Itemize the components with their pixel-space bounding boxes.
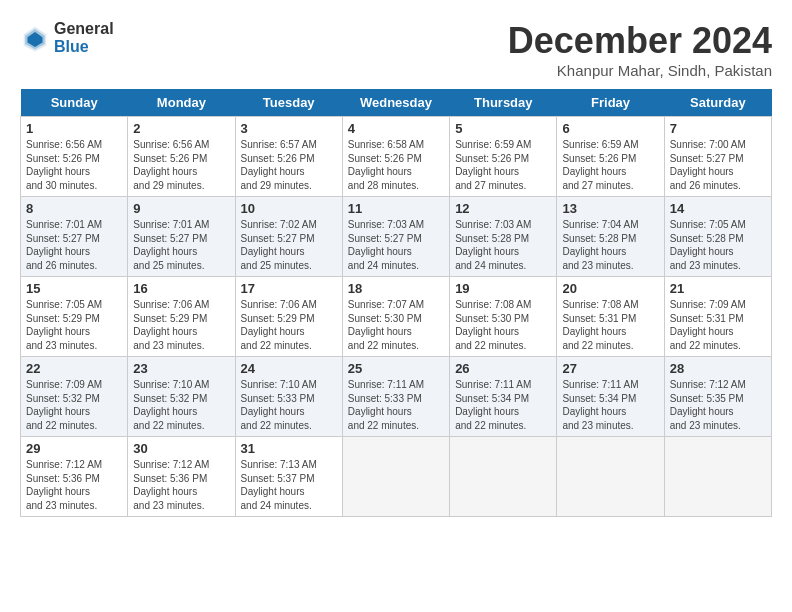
day-number: 10	[241, 201, 337, 216]
calendar-cell: 31 Sunrise: 7:13 AM Sunset: 5:37 PM Dayl…	[235, 437, 342, 517]
day-info: Sunrise: 7:08 AM Sunset: 5:31 PM Dayligh…	[562, 298, 658, 352]
month-title: December 2024	[508, 20, 772, 62]
day-info: Sunrise: 7:02 AM Sunset: 5:27 PM Dayligh…	[241, 218, 337, 272]
day-number: 18	[348, 281, 444, 296]
calendar-cell: 1 Sunrise: 6:56 AM Sunset: 5:26 PM Dayli…	[21, 117, 128, 197]
day-info: Sunrise: 7:01 AM Sunset: 5:27 PM Dayligh…	[133, 218, 229, 272]
calendar-cell: 6 Sunrise: 6:59 AM Sunset: 5:26 PM Dayli…	[557, 117, 664, 197]
day-info: Sunrise: 7:11 AM Sunset: 5:34 PM Dayligh…	[455, 378, 551, 432]
day-info: Sunrise: 7:08 AM Sunset: 5:30 PM Dayligh…	[455, 298, 551, 352]
day-number: 6	[562, 121, 658, 136]
day-info: Sunrise: 7:05 AM Sunset: 5:28 PM Dayligh…	[670, 218, 766, 272]
day-number: 31	[241, 441, 337, 456]
day-info: Sunrise: 6:56 AM Sunset: 5:26 PM Dayligh…	[133, 138, 229, 192]
day-number: 3	[241, 121, 337, 136]
calendar-cell: 5 Sunrise: 6:59 AM Sunset: 5:26 PM Dayli…	[450, 117, 557, 197]
calendar-cell: 13 Sunrise: 7:04 AM Sunset: 5:28 PM Dayl…	[557, 197, 664, 277]
day-number: 13	[562, 201, 658, 216]
calendar-cell: 23 Sunrise: 7:10 AM Sunset: 5:32 PM Dayl…	[128, 357, 235, 437]
day-number: 26	[455, 361, 551, 376]
calendar-cell: 27 Sunrise: 7:11 AM Sunset: 5:34 PM Dayl…	[557, 357, 664, 437]
day-info: Sunrise: 7:12 AM Sunset: 5:36 PM Dayligh…	[133, 458, 229, 512]
day-number: 25	[348, 361, 444, 376]
logo-general: General	[54, 20, 114, 38]
day-number: 9	[133, 201, 229, 216]
calendar-week-4: 22 Sunrise: 7:09 AM Sunset: 5:32 PM Dayl…	[21, 357, 772, 437]
calendar-cell: 22 Sunrise: 7:09 AM Sunset: 5:32 PM Dayl…	[21, 357, 128, 437]
day-number: 19	[455, 281, 551, 296]
day-info: Sunrise: 7:03 AM Sunset: 5:28 PM Dayligh…	[455, 218, 551, 272]
day-number: 23	[133, 361, 229, 376]
calendar-week-3: 15 Sunrise: 7:05 AM Sunset: 5:29 PM Dayl…	[21, 277, 772, 357]
day-info: Sunrise: 7:07 AM Sunset: 5:30 PM Dayligh…	[348, 298, 444, 352]
day-info: Sunrise: 7:09 AM Sunset: 5:31 PM Dayligh…	[670, 298, 766, 352]
calendar-cell: 19 Sunrise: 7:08 AM Sunset: 5:30 PM Dayl…	[450, 277, 557, 357]
header-sunday: Sunday	[21, 89, 128, 117]
calendar-cell: 28 Sunrise: 7:12 AM Sunset: 5:35 PM Dayl…	[664, 357, 771, 437]
calendar-cell: 7 Sunrise: 7:00 AM Sunset: 5:27 PM Dayli…	[664, 117, 771, 197]
calendar-cell: 9 Sunrise: 7:01 AM Sunset: 5:27 PM Dayli…	[128, 197, 235, 277]
day-info: Sunrise: 7:03 AM Sunset: 5:27 PM Dayligh…	[348, 218, 444, 272]
day-info: Sunrise: 7:10 AM Sunset: 5:32 PM Dayligh…	[133, 378, 229, 432]
day-number: 22	[26, 361, 122, 376]
calendar-cell: 29 Sunrise: 7:12 AM Sunset: 5:36 PM Dayl…	[21, 437, 128, 517]
day-info: Sunrise: 7:04 AM Sunset: 5:28 PM Dayligh…	[562, 218, 658, 272]
calendar-cell: 3 Sunrise: 6:57 AM Sunset: 5:26 PM Dayli…	[235, 117, 342, 197]
day-info: Sunrise: 7:13 AM Sunset: 5:37 PM Dayligh…	[241, 458, 337, 512]
day-info: Sunrise: 7:12 AM Sunset: 5:36 PM Dayligh…	[26, 458, 122, 512]
day-number: 24	[241, 361, 337, 376]
header-tuesday: Tuesday	[235, 89, 342, 117]
header-wednesday: Wednesday	[342, 89, 449, 117]
header-saturday: Saturday	[664, 89, 771, 117]
day-number: 14	[670, 201, 766, 216]
header-thursday: Thursday	[450, 89, 557, 117]
calendar-cell: 25 Sunrise: 7:11 AM Sunset: 5:33 PM Dayl…	[342, 357, 449, 437]
day-info: Sunrise: 6:59 AM Sunset: 5:26 PM Dayligh…	[455, 138, 551, 192]
day-number: 27	[562, 361, 658, 376]
day-info: Sunrise: 7:06 AM Sunset: 5:29 PM Dayligh…	[241, 298, 337, 352]
day-number: 15	[26, 281, 122, 296]
calendar-cell: 18 Sunrise: 7:07 AM Sunset: 5:30 PM Dayl…	[342, 277, 449, 357]
header-friday: Friday	[557, 89, 664, 117]
day-number: 17	[241, 281, 337, 296]
calendar-cell: 16 Sunrise: 7:06 AM Sunset: 5:29 PM Dayl…	[128, 277, 235, 357]
calendar-cell: 12 Sunrise: 7:03 AM Sunset: 5:28 PM Dayl…	[450, 197, 557, 277]
day-number: 1	[26, 121, 122, 136]
calendar-cell: 24 Sunrise: 7:10 AM Sunset: 5:33 PM Dayl…	[235, 357, 342, 437]
calendar-cell: 11 Sunrise: 7:03 AM Sunset: 5:27 PM Dayl…	[342, 197, 449, 277]
day-info: Sunrise: 7:11 AM Sunset: 5:34 PM Dayligh…	[562, 378, 658, 432]
calendar-cell: 4 Sunrise: 6:58 AM Sunset: 5:26 PM Dayli…	[342, 117, 449, 197]
day-info: Sunrise: 7:11 AM Sunset: 5:33 PM Dayligh…	[348, 378, 444, 432]
calendar-week-2: 8 Sunrise: 7:01 AM Sunset: 5:27 PM Dayli…	[21, 197, 772, 277]
day-number: 20	[562, 281, 658, 296]
calendar-cell: 30 Sunrise: 7:12 AM Sunset: 5:36 PM Dayl…	[128, 437, 235, 517]
day-number: 16	[133, 281, 229, 296]
location: Khanpur Mahar, Sindh, Pakistan	[508, 62, 772, 79]
day-number: 29	[26, 441, 122, 456]
logo-text: General Blue	[54, 20, 114, 55]
day-info: Sunrise: 7:05 AM Sunset: 5:29 PM Dayligh…	[26, 298, 122, 352]
logo-icon	[20, 23, 50, 53]
title-section: December 2024 Khanpur Mahar, Sindh, Paki…	[508, 20, 772, 79]
day-number: 21	[670, 281, 766, 296]
calendar-table: SundayMondayTuesdayWednesdayThursdayFrid…	[20, 89, 772, 517]
day-number: 5	[455, 121, 551, 136]
calendar-week-5: 29 Sunrise: 7:12 AM Sunset: 5:36 PM Dayl…	[21, 437, 772, 517]
page-header: General Blue December 2024 Khanpur Mahar…	[20, 20, 772, 79]
day-info: Sunrise: 6:57 AM Sunset: 5:26 PM Dayligh…	[241, 138, 337, 192]
day-info: Sunrise: 7:00 AM Sunset: 5:27 PM Dayligh…	[670, 138, 766, 192]
day-info: Sunrise: 7:12 AM Sunset: 5:35 PM Dayligh…	[670, 378, 766, 432]
calendar-cell: 21 Sunrise: 7:09 AM Sunset: 5:31 PM Dayl…	[664, 277, 771, 357]
calendar-week-1: 1 Sunrise: 6:56 AM Sunset: 5:26 PM Dayli…	[21, 117, 772, 197]
calendar-cell: 14 Sunrise: 7:05 AM Sunset: 5:28 PM Dayl…	[664, 197, 771, 277]
day-number: 30	[133, 441, 229, 456]
logo-blue: Blue	[54, 38, 114, 56]
day-info: Sunrise: 6:59 AM Sunset: 5:26 PM Dayligh…	[562, 138, 658, 192]
calendar-cell	[664, 437, 771, 517]
calendar-cell	[450, 437, 557, 517]
header-monday: Monday	[128, 89, 235, 117]
calendar-cell: 8 Sunrise: 7:01 AM Sunset: 5:27 PM Dayli…	[21, 197, 128, 277]
day-info: Sunrise: 7:10 AM Sunset: 5:33 PM Dayligh…	[241, 378, 337, 432]
day-info: Sunrise: 7:01 AM Sunset: 5:27 PM Dayligh…	[26, 218, 122, 272]
day-info: Sunrise: 6:58 AM Sunset: 5:26 PM Dayligh…	[348, 138, 444, 192]
